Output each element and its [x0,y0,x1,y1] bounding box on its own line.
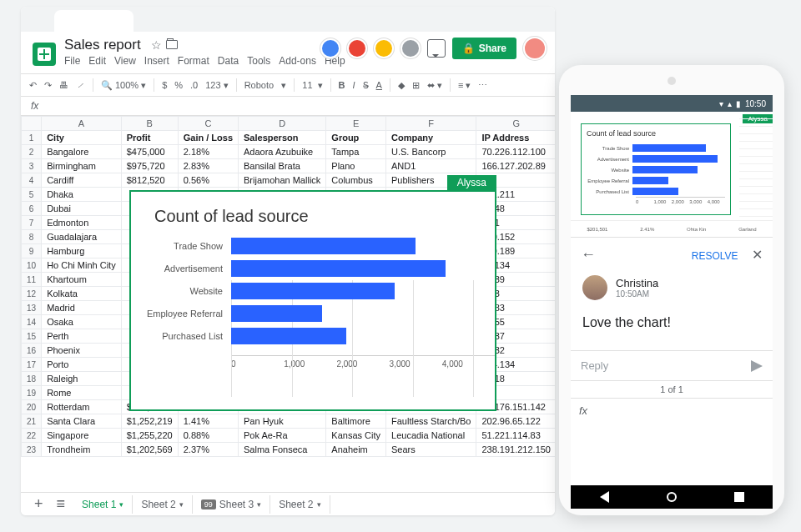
collab-avatar[interactable] [347,38,367,58]
sheet-tab[interactable]: Sheet 2▾ [270,495,330,514]
cell[interactable]: Bangalore [42,145,122,159]
merge-icon[interactable]: ⬌ ▾ [427,80,442,91]
strike-icon[interactable]: S̶ [363,80,369,91]
reply-bar[interactable]: Reply [571,350,773,380]
menu-tools[interactable]: Tools [247,55,270,67]
cell[interactable]: Rotterdam [42,400,122,414]
cell[interactable]: Porto [42,358,122,372]
cell[interactable]: Rome [42,386,122,400]
paint-icon[interactable]: ⟋ [76,80,85,90]
currency-icon[interactable]: $ [162,80,167,90]
cell[interactable]: Edmonton [42,216,122,230]
cell[interactable]: Hamburg [42,244,122,258]
cell[interactable]: Baltimore [326,414,386,429]
cell[interactable]: Khartoum [42,273,122,287]
column-header[interactable]: IP Address [476,131,555,145]
borders-icon[interactable]: ⊞ [412,80,420,91]
doc-title[interactable]: Sales report [64,37,141,53]
mini-chart[interactable]: Count of lead source Trade ShowAdvertise… [581,123,731,215]
comment-icon[interactable] [427,39,446,58]
cell[interactable]: Dubai [42,202,122,216]
italic-icon[interactable]: I [353,80,355,90]
nav-back-icon[interactable] [600,491,609,503]
cell[interactable]: Tampa [326,145,386,159]
browser-tab[interactable] [54,10,134,32]
cell[interactable]: Salma Fonseca [239,443,326,457]
column-header[interactable]: Company [386,131,476,145]
cell[interactable]: 2.83% [178,159,238,173]
cell[interactable]: Leucadia National [386,429,476,443]
cell[interactable]: $1,252,219 [121,414,178,429]
cell[interactable]: $812,520 [121,173,178,188]
cell[interactable]: 2.18% [178,145,238,159]
resolve-button[interactable]: RESOLVE [692,250,738,262]
font-size-select[interactable]: 11 ▾ [302,80,322,91]
cell[interactable]: Sears [386,443,476,457]
cell[interactable]: AND1 [386,159,476,173]
cell[interactable]: 202.96.65.122 [476,414,555,429]
cell[interactable]: Phoenix [42,344,122,358]
cell[interactable]: 51.221.114.83 [476,429,555,443]
cell[interactable]: Santa Clara [42,414,122,429]
add-sheet-button[interactable]: + [29,495,48,513]
mini-spreadsheet[interactable]: Alyssa Count of lead source Trade ShowAd… [571,112,773,237]
cell[interactable]: $975,720 [121,159,178,173]
halign-icon[interactable]: ≡ ▾ [458,80,471,91]
formula-bar[interactable]: fx [21,97,555,116]
mini-formula-bar[interactable]: fx [571,398,773,423]
sheets-logo[interactable] [33,43,56,66]
menu-data[interactable]: Data [218,55,239,67]
cell[interactable]: Brijamohan Mallick [239,173,326,188]
sheet-tab[interactable]: 99Sheet 3▾ [193,495,270,514]
font-select[interactable]: Roboto ▾ [244,80,287,91]
sheet-tab[interactable]: Sheet 1▾ [73,495,133,514]
textcolor-icon[interactable]: A [376,80,382,90]
cell[interactable]: $475,000 [121,145,178,159]
cell[interactable]: Madrid [42,301,122,315]
cell[interactable]: Birmingham [42,159,122,173]
menu-file[interactable]: File [64,55,80,67]
menu-insert[interactable]: Insert [144,55,169,67]
collab-avatar[interactable] [400,38,421,58]
close-icon[interactable]: ✕ [752,248,763,262]
redo-icon[interactable]: ↷ [44,80,52,91]
cell[interactable]: $1,202,569 [121,443,178,457]
cell[interactable]: 0.88% [178,429,238,443]
undo-icon[interactable]: ↶ [29,80,37,91]
cell[interactable]: 1.41% [178,414,238,429]
author-avatar[interactable] [582,275,607,300]
zoom-select[interactable]: 🔍 100% ▾ [101,80,146,91]
star-icon[interactable]: ☆ [151,38,162,52]
cell[interactable]: Trondheim [42,443,122,457]
nav-recent-icon[interactable] [734,492,744,502]
menu-add-ons[interactable]: Add-ons [279,55,316,67]
dec-icon[interactable]: .0 [190,80,198,90]
cell[interactable]: Ho Chi Minh City [42,258,122,273]
menu-view[interactable]: View [114,55,136,67]
column-header[interactable]: City [42,131,122,145]
chart-overlay[interactable]: Alyssa Count of lead source Trade ShowAd… [129,190,496,411]
print-icon[interactable]: 🖶 [59,80,68,90]
cell[interactable]: Columbus [326,173,386,188]
cell[interactable]: Pok Ae-Ra [239,429,326,443]
share-button[interactable]: 🔒 Share [452,38,516,59]
all-sheets-button[interactable]: ≡ [52,495,71,513]
column-header[interactable]: Salesperson [239,131,326,145]
cell[interactable]: Guadalajara [42,230,122,244]
back-arrow-icon[interactable]: ← [581,246,596,263]
fill-icon[interactable]: ◆ [398,80,405,91]
column-header[interactable]: Gain / Loss [178,131,238,145]
collab-avatar[interactable] [320,38,340,58]
nav-home-icon[interactable] [667,492,677,502]
collab-avatar[interactable] [374,38,394,58]
cell[interactable]: Adaora Azubuike [239,145,326,159]
cell[interactable]: 70.226.112.100 [476,145,555,159]
bold-icon[interactable]: B [339,80,345,90]
cell[interactable]: Faultless Starch/Bo [386,414,476,429]
more-fmt-select[interactable]: 123 ▾ [205,80,228,91]
cell[interactable]: 166.127.202.89 [476,159,555,173]
cell[interactable]: $1,255,220 [121,429,178,443]
column-header[interactable]: Profit [121,131,178,145]
cell[interactable]: Singapore [42,429,122,443]
cell[interactable]: Plano [326,159,386,173]
